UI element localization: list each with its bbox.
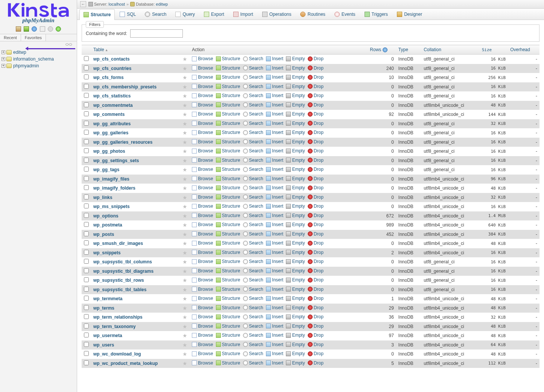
structure-link[interactable]: Structure (216, 56, 240, 61)
browse-link[interactable]: Browse (192, 222, 213, 227)
drop-link[interactable]: Drop (308, 194, 324, 200)
search-link[interactable]: Search (243, 360, 263, 366)
row-checkbox[interactable] (84, 84, 89, 89)
table-name-link[interactable]: wp_gg_settings_sets (93, 158, 139, 163)
search-link[interactable]: Search (243, 176, 263, 181)
favorite-star-icon[interactable]: ★ (182, 148, 187, 154)
structure-link[interactable]: Structure (216, 222, 240, 227)
empty-link[interactable]: Empty (286, 277, 305, 283)
structure-link[interactable]: Structure (216, 121, 240, 126)
expand-icon[interactable]: + (2, 50, 5, 54)
drop-link[interactable]: Drop (308, 93, 324, 98)
browse-link[interactable]: Browse (192, 360, 213, 366)
col-rows[interactable]: Rows (368, 45, 396, 55)
insert-link[interactable]: Insert (266, 111, 283, 117)
table-name-link[interactable]: wp_cfs_forms (93, 75, 124, 80)
row-checkbox[interactable] (84, 121, 89, 126)
drop-link[interactable]: Drop (308, 130, 324, 135)
db-tree-label[interactable]: editwp (13, 50, 26, 55)
insert-link[interactable]: Insert (266, 296, 283, 301)
structure-link[interactable]: Structure (216, 185, 240, 190)
row-checkbox[interactable] (84, 56, 89, 61)
browse-link[interactable]: Browse (192, 204, 213, 209)
table-name-link[interactable]: wp_term_taxonomy (93, 324, 136, 329)
empty-link[interactable]: Empty (286, 204, 305, 209)
browse-link[interactable]: Browse (192, 84, 213, 89)
drop-link[interactable]: Drop (308, 139, 324, 144)
empty-link[interactable]: Empty (286, 342, 305, 347)
structure-link[interactable]: Structure (216, 148, 240, 153)
empty-link[interactable]: Empty (286, 148, 305, 153)
structure-link[interactable]: Structure (216, 176, 240, 181)
favorite-star-icon[interactable]: ★ (182, 204, 187, 210)
insert-link[interactable]: Insert (266, 305, 283, 310)
bc-db-link[interactable]: editwp (156, 2, 168, 6)
row-checkbox[interactable] (84, 360, 89, 365)
row-checkbox[interactable] (84, 204, 89, 208)
table-name-link[interactable]: wp_postmeta (93, 222, 122, 228)
table-name-link[interactable]: wp_options (93, 213, 119, 219)
drop-link[interactable]: Drop (308, 74, 324, 80)
structure-link[interactable]: Structure (216, 324, 240, 329)
favorite-star-icon[interactable]: ★ (182, 176, 187, 182)
row-checkbox[interactable] (84, 333, 89, 337)
row-checkbox[interactable] (84, 213, 89, 218)
search-link[interactable]: Search (243, 314, 263, 319)
search-link[interactable]: Search (243, 93, 263, 98)
structure-link[interactable]: Structure (216, 84, 240, 89)
structure-link[interactable]: Structure (216, 111, 240, 117)
insert-link[interactable]: Insert (266, 93, 283, 98)
favorite-star-icon[interactable]: ★ (182, 56, 187, 62)
search-link[interactable]: Search (243, 351, 263, 356)
drop-link[interactable]: Drop (308, 314, 324, 319)
tab-export[interactable]: Export (200, 9, 228, 20)
browse-link[interactable]: Browse (192, 277, 213, 283)
empty-link[interactable]: Empty (286, 158, 305, 163)
row-checkbox[interactable] (84, 314, 89, 319)
structure-link[interactable]: Structure (216, 102, 240, 108)
browse-link[interactable]: Browse (192, 342, 213, 347)
tab-events[interactable]: Events (330, 9, 360, 20)
search-link[interactable]: Search (243, 148, 263, 153)
favorite-star-icon[interactable]: ★ (182, 139, 187, 145)
search-link[interactable]: Search (243, 305, 263, 310)
structure-link[interactable]: Structure (216, 277, 240, 283)
search-link[interactable]: Search (243, 65, 263, 71)
structure-link[interactable]: Structure (216, 259, 240, 264)
row-checkbox[interactable] (84, 277, 89, 282)
filter-input[interactable] (130, 29, 183, 38)
row-checkbox[interactable] (84, 296, 89, 301)
browse-link[interactable]: Browse (192, 102, 213, 108)
insert-link[interactable]: Insert (266, 65, 283, 71)
favorite-star-icon[interactable]: ★ (182, 333, 187, 339)
drop-link[interactable]: Drop (308, 111, 324, 117)
row-checkbox[interactable] (84, 176, 89, 181)
drop-link[interactable]: Drop (308, 213, 324, 218)
structure-link[interactable]: Structure (216, 268, 240, 273)
insert-link[interactable]: Insert (266, 213, 283, 218)
search-link[interactable]: Search (243, 250, 263, 255)
favorite-star-icon[interactable]: ★ (182, 342, 187, 348)
drop-link[interactable]: Drop (308, 296, 324, 301)
insert-link[interactable]: Insert (266, 287, 283, 292)
drop-link[interactable]: Drop (308, 102, 324, 108)
row-checkbox[interactable] (84, 259, 89, 264)
favorite-star-icon[interactable]: ★ (182, 250, 187, 256)
search-link[interactable]: Search (243, 102, 263, 108)
row-checkbox[interactable] (84, 167, 89, 172)
favorite-star-icon[interactable]: ★ (182, 259, 187, 265)
search-link[interactable]: Search (243, 204, 263, 209)
favorite-star-icon[interactable]: ★ (182, 296, 187, 302)
favorite-star-icon[interactable]: ★ (182, 240, 187, 246)
structure-link[interactable]: Structure (216, 74, 240, 80)
search-link[interactable]: Search (243, 333, 263, 338)
tab-sql[interactable]: SQL (115, 9, 140, 20)
row-checkbox[interactable] (84, 185, 89, 190)
row-checkbox[interactable] (84, 148, 89, 153)
row-checkbox[interactable] (84, 194, 89, 199)
structure-link[interactable]: Structure (216, 158, 240, 163)
browse-link[interactable]: Browse (192, 167, 213, 172)
browse-link[interactable]: Browse (192, 259, 213, 264)
collapse-sidebar-icon[interactable]: ← (80, 1, 86, 7)
insert-link[interactable]: Insert (266, 56, 283, 61)
